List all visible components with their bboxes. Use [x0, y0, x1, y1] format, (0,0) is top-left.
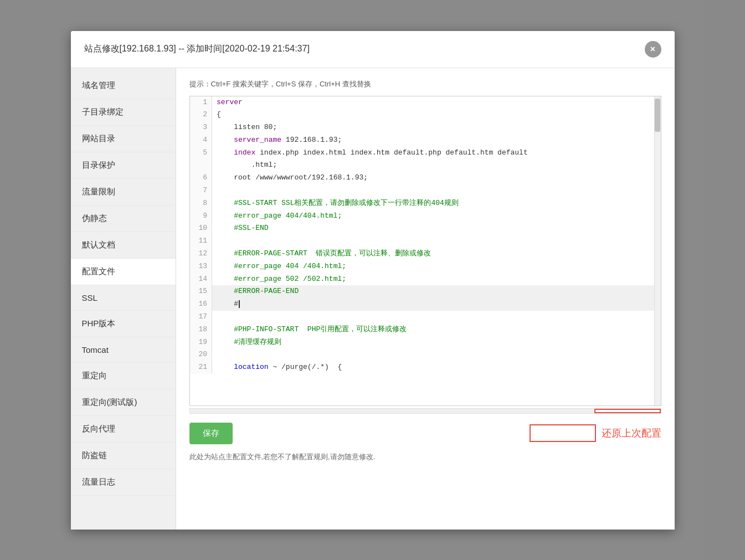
line-content[interactable]: root /www/wwwroot/192.168.1.93;	[212, 172, 661, 184]
hint-text: 提示：Ctrl+F 搜索关键字，Ctrl+S 保存，Ctrl+H 查找替换	[189, 79, 661, 89]
editor-line-11: 11	[190, 235, 661, 248]
editor-line-1: 1 server	[190, 96, 661, 109]
line-content[interactable]	[212, 311, 661, 323]
line-content[interactable]: listen 80;	[212, 121, 661, 134]
line-number: 14	[190, 273, 212, 286]
horizontal-scrollbar-area	[189, 407, 661, 415]
line-content[interactable]: #PHP-INFO-START PHP引用配置，可以注释或修改	[212, 323, 661, 336]
line-number: 5	[190, 147, 212, 160]
line-content[interactable]: #清理缓存规则	[212, 336, 661, 349]
editor-line-15: 15 #ERROR-PAGE-END	[190, 285, 661, 298]
bottom-note: 此处为站点主配置文件,若您不了解配置规则,请勿随意修改.	[189, 452, 661, 462]
restore-area: 还原上次配置	[530, 424, 661, 442]
sidebar-item-traffic-log[interactable]: 流量日志	[71, 469, 176, 496]
sidebar-item-domain[interactable]: 域名管理	[71, 73, 176, 99]
restore-scrollbar-box[interactable]	[594, 409, 661, 413]
sidebar-item-reverse-proxy[interactable]: 反向代理	[71, 416, 176, 443]
sidebar-item-redirect[interactable]: 重定向	[71, 363, 176, 389]
line-number: 13	[190, 260, 212, 273]
restore-label[interactable]: 还原上次配置	[602, 427, 661, 440]
sidebar-item-traffic[interactable]: 流量限制	[71, 179, 176, 205]
line-number: 19	[190, 336, 212, 349]
editor-line-21: 21 location ~ /purge(/.*) {	[190, 361, 661, 374]
line-content[interactable]: #ERROR-PAGE-START 错误页配置，可以注释、删除或修改	[212, 248, 661, 260]
sidebar-item-subdir[interactable]: 子目录绑定	[71, 99, 176, 126]
line-content[interactable]: #error_page 404 /404.html;	[212, 260, 661, 273]
line-number: 11	[190, 235, 212, 248]
line-content[interactable]: #error_page 404/404.html;	[212, 210, 661, 223]
line-number: 20	[190, 348, 212, 361]
sidebar-item-tomcat[interactable]: Tomcat	[71, 337, 176, 363]
editor-line-19: 19 #清理缓存规则	[190, 336, 661, 349]
line-number: 6	[190, 172, 212, 184]
editor-line-5: 5 index index.php index.html index.htm d…	[190, 147, 661, 160]
line-content[interactable]: server	[212, 96, 661, 109]
editor-table: 1 server 2 { 3 listen 80;	[190, 96, 661, 374]
line-number: 4	[190, 134, 212, 147]
line-number: 7	[190, 184, 212, 197]
editor-line-8: 8 #SSL-START SSL相关配置，请勿删除或修改下一行带注释的404规则	[190, 197, 661, 210]
sidebar-item-webdir[interactable]: 网站目录	[71, 126, 176, 152]
horizontal-scrollbar[interactable]	[189, 408, 661, 414]
line-number: 2	[190, 109, 212, 121]
editor-line-14: 14 #error_page 502 /502.html;	[190, 273, 661, 286]
line-number: 17	[190, 311, 212, 323]
editor-line-9: 9 #error_page 404/404.html;	[190, 210, 661, 223]
sidebar-item-pseudo[interactable]: 伪静态	[71, 205, 176, 232]
line-content[interactable]: #	[212, 298, 661, 311]
editor-line-3: 3 listen 80;	[190, 121, 661, 134]
sidebar-item-default-doc[interactable]: 默认文档	[71, 232, 176, 259]
line-content[interactable]: {	[212, 109, 661, 121]
line-number: 9	[190, 210, 212, 223]
close-button[interactable]: ×	[645, 41, 661, 58]
line-number: 21	[190, 361, 212, 374]
sidebar-item-php[interactable]: PHP版本	[71, 311, 176, 337]
editor-line-17: 17	[190, 311, 661, 323]
sidebar-item-hotlink[interactable]: 防盗链	[71, 443, 176, 469]
sidebar-item-redirect-test[interactable]: 重定向(测试版)	[71, 389, 176, 416]
line-content[interactable]	[212, 235, 661, 248]
line-number: 1	[190, 96, 212, 109]
editor-line-6: 6 root /www/wwwroot/192.168.1.93;	[190, 172, 661, 184]
line-content[interactable]	[212, 184, 661, 197]
editor-line-7: 7	[190, 184, 661, 197]
line-content[interactable]: server_name 192.168.1.93;	[212, 134, 661, 147]
line-content[interactable]: location ~ /purge(/.*) {	[212, 361, 661, 374]
editor-line-2: 2 {	[190, 109, 661, 121]
editor-line-13: 13 #error_page 404 /404.html;	[190, 260, 661, 273]
editor-container: 1 server 2 { 3 listen 80;	[189, 96, 661, 406]
line-number: 15	[190, 285, 212, 298]
editor-line-10: 10 #SSL-END	[190, 222, 661, 235]
line-content[interactable]: .html;	[212, 159, 661, 172]
restore-input[interactable]	[530, 424, 596, 442]
line-number: 12	[190, 248, 212, 260]
editor-line-4: 4 server_name 192.168.1.93;	[190, 134, 661, 147]
line-number: 16	[190, 298, 212, 311]
line-content[interactable]: #error_page 502 /502.html;	[212, 273, 661, 286]
content-area: 提示：Ctrl+F 搜索关键字，Ctrl+S 保存，Ctrl+H 查找替换 1 …	[176, 68, 675, 530]
sidebar-item-ssl[interactable]: SSL	[71, 285, 176, 311]
bottom-actions: 保存 还原上次配置	[189, 423, 661, 444]
line-number	[190, 159, 212, 172]
modal-dialog: 站点修改[192.168.1.93] -- 添加时间[2020-02-19 21…	[71, 31, 675, 530]
vertical-scrollbar[interactable]	[654, 96, 661, 405]
sidebar: 域名管理 子目录绑定 网站目录 目录保护 流量限制 伪静态 默认文档 配置文件 …	[71, 68, 176, 530]
modal-header: 站点修改[192.168.1.93] -- 添加时间[2020-02-19 21…	[71, 31, 675, 68]
sidebar-item-config[interactable]: 配置文件	[71, 259, 176, 285]
modal-title: 站点修改[192.168.1.93] -- 添加时间[2020-02-19 21…	[84, 43, 310, 55]
editor-line-16: 16 #	[190, 298, 661, 311]
sidebar-item-dirprotect[interactable]: 目录保护	[71, 152, 176, 179]
modal-body: 域名管理 子目录绑定 网站目录 目录保护 流量限制 伪静态 默认文档 配置文件 …	[71, 68, 675, 530]
line-content[interactable]	[212, 348, 661, 361]
line-content[interactable]: index index.php index.html index.htm def…	[212, 147, 661, 160]
line-number: 18	[190, 323, 212, 336]
line-number: 3	[190, 121, 212, 134]
line-content[interactable]: #ERROR-PAGE-END	[212, 285, 661, 298]
line-number: 10	[190, 222, 212, 235]
line-content[interactable]: #SSL-START SSL相关配置，请勿删除或修改下一行带注释的404规则	[212, 197, 661, 210]
save-button[interactable]: 保存	[189, 423, 233, 444]
line-content[interactable]: #SSL-END	[212, 222, 661, 235]
line-number: 8	[190, 197, 212, 210]
editor-line-12: 12 #ERROR-PAGE-START 错误页配置，可以注释、删除或修改	[190, 248, 661, 260]
editor-scroll[interactable]: 1 server 2 { 3 listen 80;	[190, 96, 661, 405]
